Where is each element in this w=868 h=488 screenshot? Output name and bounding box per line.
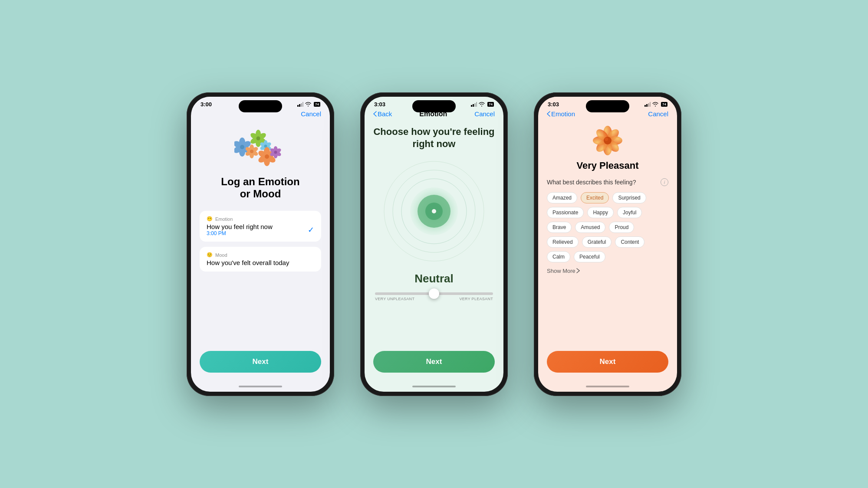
svg-point-69 (604, 137, 612, 144)
tag-proud[interactable]: Proud (609, 222, 634, 233)
tag-relieved[interactable]: Relieved (547, 236, 579, 248)
mood-option-header: 🙂 Mood (207, 252, 314, 258)
signal-icon-1 (297, 102, 303, 107)
tag-amused[interactable]: Amused (575, 222, 605, 233)
svg-rect-1 (299, 104, 300, 107)
show-more-chevron-icon (576, 268, 580, 273)
status-icons-1: 74 (297, 102, 320, 107)
tag-content[interactable]: Content (615, 236, 644, 248)
home-indicator-2 (365, 381, 503, 392)
concentric-circles-svg (382, 159, 486, 263)
svg-point-38 (274, 151, 277, 154)
dynamic-island-2 (412, 100, 456, 112)
dynamic-island-3 (586, 100, 629, 112)
slider-thumb[interactable] (429, 288, 439, 299)
wifi-icon-1 (305, 102, 311, 107)
svg-rect-0 (297, 105, 299, 107)
phone-1-screen: 3:00 74 (191, 97, 330, 392)
back-chevron-icon (373, 111, 377, 117)
svg-point-56 (432, 209, 436, 213)
svg-point-17 (256, 136, 260, 140)
emotion-option-header: 😶 Emotion (207, 216, 314, 222)
tag-calm[interactable]: Calm (547, 251, 570, 262)
svg-rect-46 (471, 105, 472, 107)
mood-face-icon: 🙂 (207, 252, 213, 258)
tag-surprised[interactable]: Surprised (612, 192, 646, 203)
mood-desc: How you've felt overall today (207, 259, 314, 266)
svg-point-45 (250, 150, 253, 153)
phone-3-screen: 3:03 74 (538, 97, 677, 392)
show-more-btn[interactable]: Show More (547, 268, 580, 274)
feeling-label: Very Pleasant (576, 160, 638, 171)
svg-rect-3 (302, 102, 303, 107)
emotion-option-card[interactable]: 😶 Emotion How you feel right now 3:00 PM… (200, 211, 321, 242)
slider-container: VERY UNPLEASANT VERY PLEASANT (373, 292, 495, 301)
time-2: 3:03 (374, 101, 385, 108)
next-btn-2[interactable]: Next (373, 351, 495, 373)
back-btn-3[interactable]: Emotion (547, 110, 575, 118)
signal-icon-2 (471, 102, 477, 107)
emotion-time: 3:00 PM (207, 230, 273, 236)
phone-1-wrapper: 3:00 74 (187, 92, 334, 396)
next-btn-3[interactable]: Next (547, 351, 668, 373)
svg-rect-49 (476, 102, 477, 107)
feeling-question: What best describes this feeling? (547, 179, 636, 186)
mood-option-card[interactable]: 🙂 Mood How you've felt overall today (200, 247, 321, 272)
phone-3: 3:03 74 (534, 92, 681, 396)
cancel-btn-2[interactable]: Cancel (474, 110, 495, 118)
emotion-tags: Amazed Excited Surprised Passionate Happ… (547, 192, 668, 262)
svg-point-70 (605, 138, 608, 141)
tag-happy[interactable]: Happy (587, 207, 614, 218)
wifi-icon-3 (652, 102, 658, 107)
phone-1: 3:00 74 (187, 92, 334, 396)
svg-rect-48 (474, 103, 476, 107)
next-btn-1[interactable]: Next (200, 351, 321, 373)
time-1: 3:00 (201, 101, 212, 108)
phone-2-wrapper: 3:03 74 (360, 92, 508, 396)
battery-3: 74 (661, 102, 667, 107)
orange-flower-svg (592, 125, 623, 156)
svg-rect-47 (473, 104, 474, 107)
svg-rect-58 (646, 104, 648, 107)
tag-peaceful[interactable]: Peaceful (574, 251, 605, 262)
emotion-value: Neutral (414, 272, 454, 285)
tag-brave[interactable]: Brave (547, 222, 572, 233)
battery-2: 74 (487, 102, 494, 107)
svg-point-10 (240, 145, 244, 149)
tag-amazed[interactable]: Amazed (547, 192, 577, 203)
flower-cluster-svg (234, 130, 286, 169)
tag-passionate[interactable]: Passionate (547, 207, 584, 218)
p2-body: Choose how you're feeling right now (365, 121, 503, 351)
tag-joyful[interactable]: Joyful (617, 207, 642, 218)
slider-right-label: VERY PLEASANT (459, 297, 493, 301)
orange-flower (592, 125, 623, 156)
checkmark-icon: ✓ (308, 225, 314, 235)
svg-rect-60 (650, 102, 651, 107)
info-icon[interactable]: i (661, 178, 668, 186)
time-3: 3:03 (548, 101, 559, 108)
emotion-face-icon: 😶 (207, 216, 213, 222)
back-btn-2[interactable]: Back (373, 110, 392, 118)
slider-track[interactable] (375, 292, 493, 295)
tag-grateful[interactable]: Grateful (582, 236, 612, 248)
back-chevron-icon-3 (547, 111, 550, 117)
home-bar-3 (586, 386, 629, 387)
p1-title: Log an Emotion or Mood (221, 176, 299, 201)
home-indicator-1 (191, 381, 330, 392)
status-icons-3: 74 (644, 102, 667, 107)
home-bar-2 (412, 386, 456, 387)
phone-3-wrapper: 3:03 74 (534, 92, 681, 396)
slider-left-label: VERY UNPLEASANT (375, 297, 414, 301)
home-bar-1 (239, 386, 282, 387)
phone-2: 3:03 74 (360, 92, 508, 396)
signal-icon-3 (644, 102, 651, 107)
question-row: What best describes this feeling? i (547, 178, 668, 186)
battery-1: 74 (314, 102, 320, 107)
flower-cluster (234, 130, 286, 169)
dynamic-island-1 (239, 100, 282, 112)
tag-excited[interactable]: Excited (581, 192, 609, 203)
cancel-btn-1[interactable]: Cancel (301, 110, 321, 118)
emotion-desc: How you feel right now (207, 223, 273, 230)
status-icons-2: 74 (471, 102, 494, 107)
cancel-btn-3[interactable]: Cancel (648, 110, 668, 118)
